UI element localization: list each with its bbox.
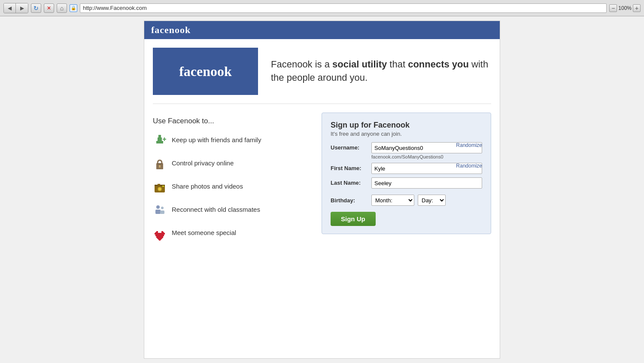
classmates-icon (153, 204, 167, 217)
svg-rect-2 (156, 141, 163, 143)
stop-button[interactable]: ✕ (44, 3, 54, 13)
signup-subtitle: It's free and anyone can join. (331, 131, 482, 137)
site-header: facenook (144, 21, 500, 39)
tagline: Facenook is a social utility that connec… (271, 58, 491, 85)
month-select[interactable]: Month: JanuaryFebruaryMarch AprilMayJune… (371, 195, 414, 206)
back-button[interactable]: ◀ (4, 3, 16, 13)
page-container: facenook facenook Facenook is a social u… (144, 21, 500, 359)
zoom-level: 100% (618, 5, 632, 11)
logo-box: facenook (153, 48, 258, 95)
svg-rect-16 (155, 210, 161, 214)
svg-rect-0 (158, 135, 161, 137)
feature-label-privacy: Control privacy online (172, 157, 234, 168)
home-button[interactable]: ⌂ (57, 3, 67, 13)
tagline-text: Facenook is a social utility that connec… (271, 59, 488, 83)
feature-item-friends: Keep up with friends and family (153, 134, 313, 148)
svg-rect-28 (159, 240, 161, 241)
address-bar[interactable] (80, 3, 607, 13)
svg-rect-14 (162, 186, 164, 187)
features-column: Use Facenook to... (153, 113, 313, 250)
lastname-input[interactable] (371, 177, 482, 189)
lower-section: Use Facenook to... (153, 113, 491, 250)
lastname-field-col (371, 177, 482, 189)
svg-point-17 (161, 207, 164, 209)
firstname-label: First Name: (331, 163, 371, 171)
svg-rect-24 (155, 235, 164, 236)
feature-item-special: Meet someone special (153, 227, 313, 241)
signup-button[interactable]: Sign Up (331, 212, 376, 226)
signup-title: Sign up for Facenook (331, 121, 482, 130)
svg-rect-25 (156, 236, 163, 238)
signup-btn-row: Sign Up (331, 212, 482, 226)
svg-rect-18 (160, 210, 164, 214)
feature-item-classmates: Reconnect with old classmates (153, 204, 313, 217)
divider (153, 104, 491, 104)
lastname-label: Last Name: (331, 177, 371, 186)
feature-label-special: Meet someone special (172, 227, 236, 237)
main-content: facenook Facenook is a social utility th… (144, 39, 500, 259)
friends-icon (153, 134, 167, 148)
feature-item-photos: Share photos and videos (153, 180, 313, 194)
forward-button[interactable]: ▶ (16, 3, 28, 13)
randomize-username-link[interactable]: Randomize (456, 142, 482, 148)
svg-rect-23 (155, 233, 165, 235)
svg-point-8 (159, 165, 161, 167)
zoom-control: − 100% + (609, 4, 641, 12)
nav-button-group: ◀ ▶ (3, 3, 28, 13)
site-header-title: facenook (151, 24, 191, 35)
birthday-selects: Month: JanuaryFebruaryMarch AprilMayJune… (371, 195, 446, 206)
svg-rect-4 (163, 139, 166, 140)
security-icon: 🔒 (70, 4, 77, 12)
refresh-button[interactable]: ↻ (31, 3, 41, 13)
heart-icon (153, 227, 167, 241)
privacy-icon (153, 157, 167, 171)
svg-point-12 (158, 188, 161, 190)
firstname-field-col: Randomize (371, 163, 482, 174)
day-select[interactable]: Day: 12345 678910 1112131415 1617181920 … (418, 195, 446, 206)
browser-viewport: facenook facenook Facenook is a social u… (0, 16, 644, 363)
svg-point-15 (156, 205, 160, 209)
svg-rect-26 (157, 238, 162, 239)
randomize-firstname-link[interactable]: Randomize (456, 163, 482, 169)
feature-label-classmates: Reconnect with old classmates (172, 204, 260, 214)
top-section: facenook Facenook is a social utility th… (153, 48, 491, 95)
svg-rect-13 (158, 184, 160, 186)
birthday-label: Birthday: (331, 197, 371, 204)
username-field-col: Randomize facenook.com/SoManyQuestions0 (371, 142, 482, 159)
username-label: Username: (331, 142, 371, 151)
username-row: Username: Randomize facenook.com/SoManyQ… (331, 142, 482, 159)
zoom-in-button[interactable]: + (633, 4, 641, 12)
logo-text: facenook (179, 64, 232, 79)
birthday-row: Birthday: Month: JanuaryFebruaryMarch Ap… (331, 195, 482, 206)
feature-label-friends: Keep up with friends and family (172, 134, 261, 144)
features-title: Use Facenook to... (153, 117, 313, 125)
username-url-hint: facenook.com/SoManyQuestions0 (371, 154, 482, 159)
svg-rect-1 (158, 137, 162, 141)
feature-label-photos: Share photos and videos (172, 180, 243, 191)
svg-rect-27 (158, 239, 161, 240)
signup-box: Sign up for Facenook It's free and anyon… (322, 113, 491, 234)
browser-chrome: ◀ ▶ ↻ ✕ ⌂ 🔒 − 100% + (0, 0, 644, 16)
photos-icon (153, 180, 167, 194)
firstname-row: First Name: Randomize (331, 163, 482, 174)
feature-item-privacy: Control privacy online (153, 157, 313, 171)
lastname-row: Last Name: (331, 177, 482, 189)
svg-rect-6 (158, 163, 162, 164)
zoom-out-button[interactable]: − (609, 4, 617, 12)
